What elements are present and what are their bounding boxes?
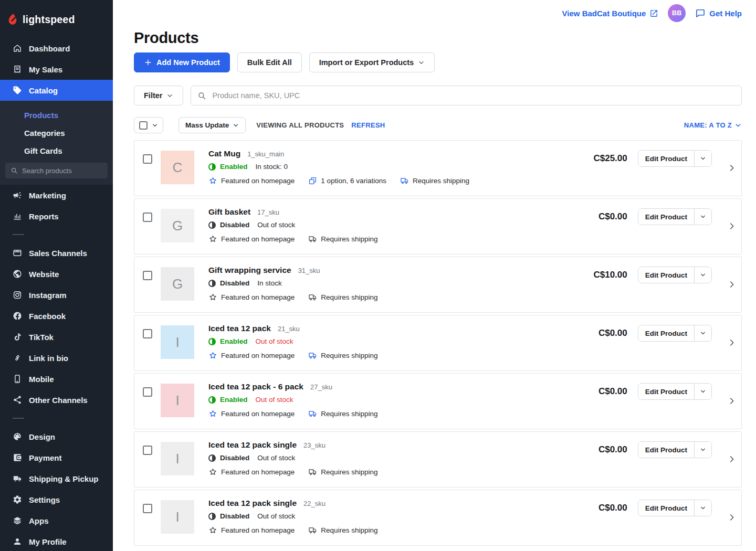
star-icon <box>208 235 217 243</box>
sidebar: lightspeed DashboardMy SalesCatalog Prod… <box>0 0 113 551</box>
edit-product-dropdown-button[interactable] <box>694 209 711 225</box>
add-new-product-button[interactable]: Add New Product <box>134 52 230 72</box>
sidebar-item-link-in-bio[interactable]: Link in bio <box>0 347 113 368</box>
sidebar-item-apps[interactable]: Apps <box>0 510 113 531</box>
sidebar-subitem-products[interactable]: Products <box>0 106 113 124</box>
row-detail-chevron-icon[interactable] <box>728 397 736 405</box>
sidebar-settings-nav: DesignPaymentShipping & PickupSettingsAp… <box>0 426 113 551</box>
select-all-dropdown-button[interactable] <box>134 117 163 133</box>
product-checkbox[interactable] <box>143 213 152 222</box>
filter-button[interactable]: Filter <box>134 86 183 105</box>
edit-product-button[interactable]: Edit Product <box>638 325 694 341</box>
sidebar-item-my-sales[interactable]: My Sales <box>0 59 113 80</box>
edit-product-dropdown-button[interactable] <box>694 151 711 166</box>
sidebar-item-website[interactable]: Website <box>0 263 113 284</box>
chevron-right-icon <box>728 338 736 347</box>
sort-dropdown[interactable]: NAME: A TO Z <box>684 121 742 129</box>
chevron-right-icon <box>728 222 736 230</box>
star-icon <box>208 468 217 476</box>
sidebar-item-design[interactable]: Design <box>0 426 113 447</box>
user-avatar[interactable]: BB <box>668 4 686 22</box>
row-detail-chevron-icon[interactable] <box>728 513 736 522</box>
sidebar-item-label: Instagram <box>29 291 67 300</box>
product-name[interactable]: Cat Mug <box>208 149 240 158</box>
lightspeed-logo[interactable]: lightspeed <box>0 0 113 38</box>
product-sku: 21_sku <box>278 325 300 333</box>
sidebar-item-instagram[interactable]: Instagram <box>0 284 113 305</box>
sidebar-item-tiktok[interactable]: TikTok <box>0 326 113 347</box>
sidebar-item-dashboard[interactable]: Dashboard <box>0 38 113 59</box>
product-checkbox[interactable] <box>143 154 152 164</box>
sidebar-item-settings[interactable]: Settings <box>0 489 113 510</box>
filter-label: Filter <box>144 91 162 100</box>
product-checkbox[interactable] <box>143 329 152 338</box>
edit-product-button[interactable]: Edit Product <box>638 384 694 399</box>
product-checkbox[interactable] <box>143 446 152 455</box>
row-detail-chevron-icon[interactable] <box>728 455 736 463</box>
sidebar-item-label: Mobile <box>29 375 54 384</box>
product-name[interactable]: Gift basket <box>208 207 250 217</box>
edit-product-split-button: Edit Product <box>638 267 712 283</box>
edit-product-dropdown-button[interactable] <box>694 442 711 458</box>
product-checkbox[interactable] <box>143 271 152 280</box>
row-detail-chevron-icon[interactable] <box>728 222 736 230</box>
globe-icon <box>13 269 22 279</box>
sidebar-item-catalog[interactable]: Catalog <box>0 80 113 101</box>
edit-product-dropdown-button[interactable] <box>694 325 711 341</box>
edit-product-button[interactable]: Edit Product <box>638 267 694 283</box>
product-name[interactable]: Gift wrapping service <box>208 266 291 275</box>
sidebar-item-marketing[interactable]: Marketing <box>0 185 113 206</box>
product-name[interactable]: Iced tea 12 pack single <box>208 440 297 450</box>
edit-product-dropdown-button[interactable] <box>694 500 711 516</box>
refresh-link[interactable]: REFRESH <box>351 121 385 129</box>
chevron-down-icon <box>700 505 706 511</box>
product-status-label: Enabled <box>220 396 248 404</box>
sidebar-search-input[interactable]: Search products <box>5 163 108 178</box>
product-search-input[interactable] <box>211 91 735 100</box>
lightspeed-flame-icon <box>7 13 18 26</box>
stock-status: Out of stock <box>257 454 295 462</box>
edit-product-button[interactable]: Edit Product <box>638 500 694 516</box>
product-status-label: Enabled <box>220 163 248 171</box>
app-window: lightspeed DashboardMy SalesCatalog Prod… <box>0 0 756 551</box>
sidebar-item-other-channels[interactable]: Other Channels <box>0 389 113 410</box>
sidebar-item-mobile[interactable]: Mobile <box>0 368 113 389</box>
product-name[interactable]: Iced tea 12 pack single <box>208 499 297 508</box>
sidebar-subitem-categories[interactable]: Categories <box>0 124 113 142</box>
select-all-checkbox[interactable] <box>139 121 148 130</box>
sidebar-item-label: Shipping & Pickup <box>29 474 99 483</box>
mass-update-button[interactable]: Mass Update <box>178 117 246 133</box>
sidebar-item-reports[interactable]: Reports <box>0 206 113 227</box>
sidebar-item-label: Settings <box>29 495 60 504</box>
sidebar-item-facebook[interactable]: Facebook <box>0 305 113 326</box>
view-store-link[interactable]: View BadCat Boutique <box>562 9 659 18</box>
row-detail-chevron-icon[interactable] <box>728 164 736 172</box>
edit-product-button[interactable]: Edit Product <box>638 442 694 458</box>
row-detail-chevron-icon[interactable] <box>728 338 736 347</box>
bulk-edit-all-button[interactable]: Bulk Edit All <box>237 52 302 72</box>
product-checkbox[interactable] <box>143 504 152 513</box>
edit-product-dropdown-button[interactable] <box>694 267 711 283</box>
product-name[interactable]: Iced tea 12 pack - 6 pack <box>208 382 303 391</box>
product-list: C Cat Mug 1_sku_main Enabled In stock: 0… <box>134 140 742 546</box>
person-icon <box>13 537 22 546</box>
storefront-icon <box>13 248 22 258</box>
sidebar-subitem-gift-cards[interactable]: Gift Cards <box>0 142 113 160</box>
chevron-down-icon <box>152 122 158 129</box>
edit-product-button[interactable]: Edit Product <box>638 151 694 166</box>
share-icon <box>13 395 22 405</box>
import-export-label: Import or Export Products <box>319 58 414 67</box>
sidebar-item-my-profile[interactable]: My Profile <box>0 531 113 551</box>
sidebar-item-sales-channels[interactable]: Sales Channels <box>0 242 113 263</box>
row-detail-chevron-icon[interactable] <box>728 280 736 289</box>
import-export-button[interactable]: Import or Export Products <box>309 52 435 72</box>
sort-label: NAME: A TO Z <box>684 121 732 129</box>
get-help-link[interactable]: Get Help <box>695 8 742 18</box>
sidebar-item-payment[interactable]: Payment <box>0 447 113 468</box>
product-name[interactable]: Iced tea 12 pack <box>208 324 271 333</box>
sidebar-item-shipping-pickup[interactable]: Shipping & Pickup <box>0 468 113 489</box>
chevron-down-icon <box>700 272 706 278</box>
edit-product-button[interactable]: Edit Product <box>638 209 694 225</box>
product-checkbox[interactable] <box>143 387 152 397</box>
edit-product-dropdown-button[interactable] <box>694 384 711 399</box>
